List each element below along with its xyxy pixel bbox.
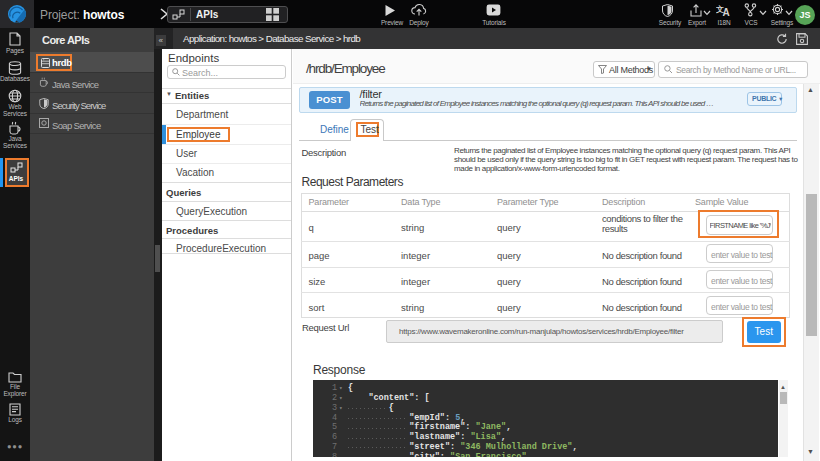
- svg-text:A: A: [723, 7, 730, 17]
